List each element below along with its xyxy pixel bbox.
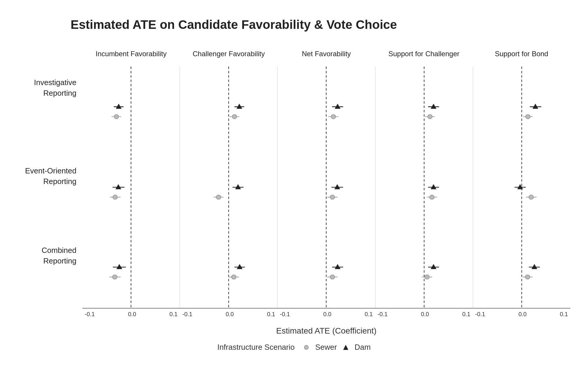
svg-point-12 bbox=[113, 275, 117, 279]
col-header-1: Challenger Favorability bbox=[180, 44, 278, 64]
svg-point-56 bbox=[526, 115, 530, 119]
svg-point-60 bbox=[529, 195, 533, 199]
y-label-0: InvestigativeReporting bbox=[34, 77, 76, 99]
svg-point-30 bbox=[331, 115, 336, 119]
y-axis-labels: InvestigativeReporting Event-OrientedRep… bbox=[18, 44, 82, 332]
svg-marker-36 bbox=[335, 264, 340, 269]
svg-point-38 bbox=[330, 275, 335, 279]
svg-point-25 bbox=[232, 275, 236, 279]
y-label-1: Event-OrientedReporting bbox=[25, 165, 76, 187]
col-header-4: Support for Bond bbox=[473, 44, 570, 64]
x-axis-4: -0.10.00.1 bbox=[473, 309, 570, 332]
svg-marker-10 bbox=[117, 264, 122, 269]
svg-marker-23 bbox=[237, 264, 243, 269]
svg-point-34 bbox=[330, 195, 335, 199]
chart-container: Estimated ATE on Candidate Favorability … bbox=[0, 0, 588, 368]
legend: Infrastructure Scenario Sewer Dam bbox=[18, 343, 570, 352]
x-axis-0: -0.10.00.1 bbox=[82, 309, 180, 332]
legend-sewer-label: Sewer bbox=[315, 343, 337, 352]
svg-marker-32 bbox=[335, 185, 340, 189]
svg-marker-2 bbox=[116, 104, 121, 109]
svg-point-64 bbox=[525, 275, 530, 279]
svg-marker-6 bbox=[116, 185, 121, 189]
x-axis-3: -0.10.00.1 bbox=[375, 309, 473, 332]
col-header-2: Net Favorability bbox=[278, 44, 375, 64]
svg-marker-28 bbox=[335, 104, 340, 109]
panel-4 bbox=[473, 67, 570, 308]
legend-prefix: Infrastructure Scenario bbox=[217, 343, 295, 352]
svg-point-65 bbox=[304, 345, 308, 349]
y-label-2: CombinedReporting bbox=[41, 245, 76, 266]
svg-point-4 bbox=[114, 115, 118, 119]
panel-1 bbox=[180, 67, 278, 308]
x-axis-1: -0.10.00.1 bbox=[180, 309, 278, 332]
panel-0 bbox=[82, 67, 180, 308]
sewer-icon bbox=[303, 344, 309, 350]
svg-point-17 bbox=[232, 115, 237, 119]
svg-marker-41 bbox=[431, 104, 436, 109]
panel-3 bbox=[375, 67, 473, 308]
svg-point-21 bbox=[216, 195, 221, 199]
svg-point-43 bbox=[427, 115, 432, 119]
svg-point-51 bbox=[425, 275, 429, 279]
col-header-0: Incumbent Favorability bbox=[82, 44, 180, 64]
legend-dam-label: Dam bbox=[355, 343, 371, 352]
svg-marker-49 bbox=[431, 264, 436, 269]
svg-point-8 bbox=[113, 195, 117, 199]
svg-marker-62 bbox=[532, 264, 537, 269]
svg-marker-19 bbox=[235, 185, 241, 189]
svg-point-47 bbox=[430, 195, 434, 199]
svg-marker-66 bbox=[343, 345, 348, 350]
chart-title: Estimated ATE on Candidate Favorability … bbox=[71, 18, 570, 32]
svg-marker-54 bbox=[533, 104, 538, 109]
svg-marker-45 bbox=[431, 185, 436, 189]
col-header-3: Support for Challenger bbox=[375, 44, 473, 64]
panel-2 bbox=[278, 67, 375, 308]
dam-icon bbox=[343, 344, 349, 350]
svg-marker-15 bbox=[237, 104, 242, 109]
